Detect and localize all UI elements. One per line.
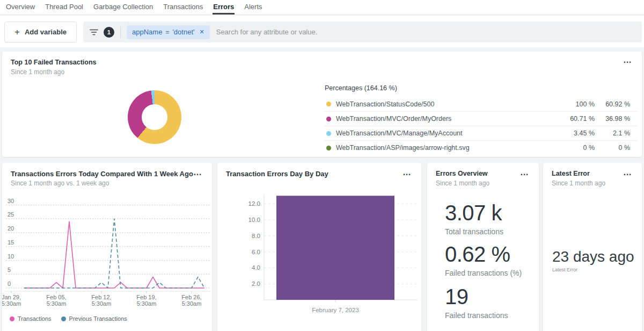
chip-attribute: appName [132, 28, 162, 36]
svg-text:5:30am: 5:30am [92, 300, 112, 307]
panel-latest-error: Latest Error Since 1 month ago … 23 days… [543, 163, 642, 331]
panel-title: Errors Overview [436, 170, 530, 178]
stat-failed-transactions-pct: 0.62 % Failed transactions (%) [445, 242, 522, 279]
latest-error-value: 23 days ago [552, 248, 634, 266]
series-color-dot [10, 316, 14, 321]
filter-chip-appname[interactable]: appName = 'dotnet' ✕ [127, 25, 210, 39]
stat-label: Total transactions [445, 225, 503, 238]
tab-errors[interactable]: Errors [213, 0, 235, 15]
panel-transaction-errors-day-by-day: Transaction Errors Day By Day … 2.04.06.… [217, 163, 421, 331]
panel-subtitle: Since 1 month ago [11, 68, 633, 76]
panel-title: Transaction Errors Day By Day [226, 170, 413, 178]
chip-close-icon[interactable]: ✕ [200, 28, 204, 35]
tab-thread-pool[interactable]: Thread Pool [45, 0, 84, 15]
legend-item-previous-transactions[interactable]: Previous Transactions [61, 315, 127, 322]
panel-top10-failed-transactions: Top 10 Failed Transactions Since 1 month… [2, 52, 642, 157]
table-row[interactable]: WebTransaction/StatusCode/500 100 % 60.9… [325, 97, 637, 111]
tab-overview[interactable]: Overview [5, 0, 35, 15]
table-row[interactable]: WebTransaction/MVC/Order/MyOrders 60.71 … [325, 111, 637, 126]
chip-operator: = [165, 28, 169, 36]
search-placeholder: Search for any attribute or value. [216, 28, 318, 36]
line-chart[interactable]: 051015202530Jan 29,5:30amFeb 05,5:30amFe… [2, 192, 212, 312]
svg-text:10.0: 10.0 [248, 217, 260, 223]
panel-transactions-errors-compared: Transactions Errors Today Compared With … [2, 163, 212, 331]
svg-text:2.0: 2.0 [252, 280, 260, 287]
svg-text:Feb 12,: Feb 12, [91, 294, 111, 300]
panel-menu-icon[interactable]: … [623, 167, 632, 178]
filter-funnel-icon[interactable] [90, 28, 98, 36]
svg-text:20: 20 [8, 225, 14, 232]
legend-table-header: Percentages (164.16 %) [325, 83, 637, 97]
series-color-dot [326, 131, 331, 136]
table-row[interactable]: WebTransaction/ASP/images/arrow-right.sv… [325, 140, 637, 155]
bar-chart[interactable]: 2.04.06.08.010.012.0February 7, 2023 [217, 183, 421, 331]
stat-value: 19 [445, 284, 508, 309]
stat-failed-transactions: 19 Failed transactions [445, 284, 508, 322]
filter-search-input[interactable]: 1 appName = 'dotnet' ✕ Search for any at… [83, 21, 642, 42]
stat-value: 3.07 k [445, 200, 503, 225]
panel-title: Latest Error [552, 170, 633, 178]
tab-alerts[interactable]: Alerts [244, 0, 262, 15]
table-row[interactable]: WebTransaction/MVC/Manage/MyAccount 3.45… [325, 126, 637, 140]
panel-subtitle: Since 1 month ago [552, 179, 633, 187]
svg-text:10: 10 [8, 253, 14, 260]
svg-text:8.0: 8.0 [252, 233, 260, 239]
stat-total-transactions: 3.07 k Total transactions [445, 200, 503, 238]
svg-text:5: 5 [8, 267, 11, 273]
tab-garbage-collection[interactable]: Garbage Collection [93, 0, 153, 15]
stat-value: 0.62 % [445, 242, 522, 267]
svg-text:25: 25 [8, 211, 14, 218]
add-variable-button[interactable]: + Add variable [4, 21, 77, 42]
dashboard-screen: Overview Thread Pool Garbage Collection … [0, 0, 644, 331]
svg-text:5:30am: 5:30am [137, 300, 157, 307]
svg-text:4.0: 4.0 [252, 264, 260, 271]
add-variable-label: Add variable [25, 28, 67, 36]
svg-text:6.0: 6.0 [252, 249, 260, 255]
panel-title: Transactions Errors Today Compared With … [11, 170, 203, 178]
svg-text:Feb 19,: Feb 19, [136, 294, 156, 300]
stat-label: Failed transactions (%) [445, 267, 522, 279]
panel-menu-icon[interactable]: … [402, 167, 412, 178]
line-chart-legend: Transactions Previous Transactions [10, 315, 127, 322]
panel-menu-icon[interactable]: … [623, 55, 632, 66]
filter-row: + Add variable 1 appName = 'dotnet' ✕ Se… [0, 16, 644, 47]
donut-legend-table: Percentages (164.16 %) WebTransaction/St… [325, 83, 637, 155]
filter-count-badge: 1 [104, 27, 114, 38]
series-color-dot [326, 117, 331, 121]
panel-errors-overview: Errors Overview Since 1 month ago … 3.07… [427, 163, 539, 331]
series-color-dot [326, 102, 331, 106]
panel-subtitle: Since 1 month ago [436, 179, 530, 187]
svg-text:5:30am: 5:30am [182, 300, 202, 307]
chip-value: 'dotnet' [172, 28, 194, 36]
series-color-dot [326, 146, 331, 150]
series-color-dot [61, 316, 66, 321]
svg-text:15: 15 [8, 239, 14, 246]
svg-text:Feb 05,: Feb 05, [46, 294, 66, 300]
latest-error-label: Latest Error [552, 267, 577, 272]
dashboard-tabbar: Overview Thread Pool Garbage Collection … [0, 0, 644, 15]
svg-text:5:30am: 5:30am [2, 300, 21, 307]
stat-label: Failed transactions [445, 309, 508, 322]
tab-transactions[interactable]: Transactions [163, 0, 203, 15]
panel-menu-icon[interactable]: … [520, 167, 529, 178]
plus-icon: + [14, 27, 20, 37]
svg-text:12.0: 12.0 [248, 200, 260, 207]
svg-text:30: 30 [8, 198, 14, 204]
svg-text:Jan 29,: Jan 29, [2, 294, 21, 300]
svg-text:Feb 26,: Feb 26, [181, 294, 201, 300]
panel-title: Top 10 Failed Transactions [11, 59, 633, 67]
legend-item-transactions[interactable]: Transactions [10, 315, 52, 322]
svg-text:0: 0 [8, 280, 11, 287]
svg-text:5:30am: 5:30am [47, 300, 67, 307]
donut-chart[interactable] [128, 90, 181, 144]
svg-text:February 7, 2023: February 7, 2023 [312, 307, 359, 313]
panel-subtitle: Since 1 month ago vs. 1 week ago [11, 179, 203, 187]
filter-divider [120, 26, 121, 38]
panel-menu-icon[interactable]: … [193, 167, 202, 178]
